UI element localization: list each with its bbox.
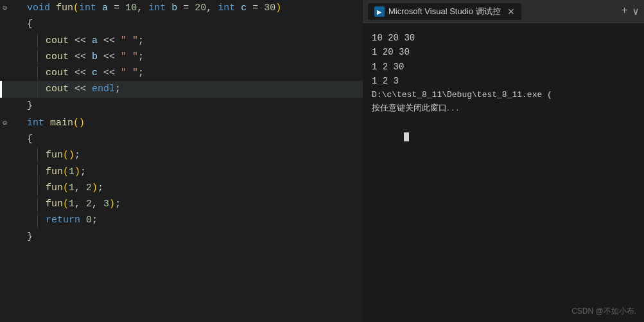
code-line: { [0, 16, 363, 32]
token-op: ; [74, 150, 80, 161]
token-paren: ( [73, 3, 79, 13]
code-editor[interactable]: ⊖void fun(int a = 10, int b = 20, int c … [0, 0, 363, 322]
terminal-close-msg: 按任意键关闭此窗口. . . [372, 102, 635, 115]
token-op [44, 118, 50, 129]
token-op: << [69, 84, 92, 94]
token-op: = [108, 3, 125, 13]
svg-text:▶: ▶ [377, 9, 382, 15]
token-var: c [92, 67, 98, 78]
code-line: cout << endl; [0, 81, 363, 97]
token-kw: int [79, 3, 96, 13]
token-op: , [74, 199, 86, 210]
token-var: b [92, 51, 98, 62]
code-content: cout << c << " "; [43, 66, 363, 80]
token-num: 30 [264, 3, 275, 13]
token-fn: cout [46, 35, 69, 46]
token-op [235, 3, 241, 13]
token-op: ; [115, 199, 121, 210]
token-fn: main [50, 118, 73, 129]
token-op: { [27, 19, 33, 30]
indent-bar [37, 148, 38, 163]
token-num: 1 [69, 199, 74, 210]
tab-dropdown-button[interactable]: ∨ [632, 5, 639, 18]
code-line: fun(1, 2, 3); [0, 196, 363, 212]
token-num: 2 [86, 183, 92, 193]
token-str: " " [121, 35, 138, 46]
terminal-path: D:\c\test_8_11\Debug\test_8_11.exe ( [372, 89, 635, 102]
token-kw: int [218, 3, 235, 13]
terminal-body: 10 20 301 20 301 2 301 2 3 D:\c\test_8_1… [363, 23, 644, 322]
token-paren: ) [92, 183, 98, 193]
token-num: 0 [86, 215, 92, 226]
token-var: a [92, 35, 98, 46]
token-fn: fun [46, 166, 63, 177]
token-op: ; [138, 51, 144, 62]
token-fn: cout [46, 67, 69, 78]
terminal-panel: ▶ Microsoft Visual Studio 调试控 ✕ + ∨ 10 2… [363, 0, 644, 322]
terminal-output-line: 10 20 30 [372, 31, 635, 45]
code-content: } [24, 229, 363, 244]
collapse-icon[interactable]: ⊖ [3, 118, 7, 130]
token-op: = [177, 3, 195, 13]
terminal-output-line: 1 2 30 [372, 60, 635, 74]
code-line: { [0, 131, 363, 147]
token-op: << [98, 35, 121, 46]
code-content: fun(); [43, 148, 363, 163]
tab-close-button[interactable]: ✕ [507, 6, 515, 17]
terminal-tab[interactable]: ▶ Microsoft Visual Studio 调试控 ✕ [368, 3, 521, 20]
token-num: 3 [103, 199, 109, 210]
token-fn: fun [46, 199, 63, 210]
token-paren: ( [63, 199, 69, 210]
token-op [50, 3, 56, 13]
token-op: << [98, 67, 121, 78]
token-kw: int [148, 3, 166, 13]
code-line: } [0, 229, 363, 245]
token-kw: int [27, 118, 44, 129]
token-fn: fun [46, 150, 63, 161]
code-line: ⊖int main() [0, 115, 363, 131]
token-op: ; [80, 166, 86, 177]
token-paren: ( [73, 118, 79, 129]
token-op: , [137, 3, 148, 13]
token-str: " " [121, 51, 138, 62]
token-fn: cout [46, 51, 69, 62]
token-op: } [27, 231, 33, 242]
token-kw: return [46, 215, 80, 226]
code-line: ⊖void fun(int a = 10, int b = 20, int c … [0, 0, 363, 16]
line-gutter: ⊖ [0, 118, 24, 130]
collapse-icon[interactable]: ⊖ [3, 3, 7, 15]
code-line: cout << c << " "; [0, 65, 363, 81]
token-op [166, 3, 171, 13]
indent-bar [37, 197, 38, 211]
indent-bar [37, 66, 38, 80]
token-var: b [171, 3, 177, 13]
token-str: " " [121, 67, 138, 78]
indent-bar [37, 33, 38, 48]
line-gutter: ⊖ [0, 3, 24, 15]
token-fn: fun [46, 183, 63, 193]
token-op: , [206, 3, 218, 13]
token-paren: ( [63, 183, 69, 193]
token-op: << [69, 67, 92, 78]
token-num: 2 [86, 199, 92, 210]
add-tab-button[interactable]: + [622, 5, 628, 18]
token-op: ; [115, 84, 121, 94]
code-content: cout << a << " "; [43, 33, 363, 48]
indent-bar [37, 82, 38, 96]
token-fn: cout [46, 84, 69, 94]
terminal-tab-label: Microsoft Visual Studio 调试控 [388, 6, 501, 17]
token-op: << [69, 35, 92, 46]
token-op: ; [138, 67, 144, 78]
token-op [96, 3, 102, 13]
watermark: CSDN @不如小布. [571, 306, 636, 317]
code-content: int main() [24, 116, 363, 130]
token-op: , [74, 183, 86, 193]
code-content: } [24, 98, 363, 113]
terminal-cursor [404, 132, 409, 141]
token-op: << [98, 51, 121, 62]
code-content: { [24, 132, 363, 147]
token-num: 1 [69, 183, 74, 193]
token-endl-kw: endl [92, 84, 115, 94]
token-paren: ) [109, 199, 115, 210]
token-num: 10 [125, 3, 137, 13]
